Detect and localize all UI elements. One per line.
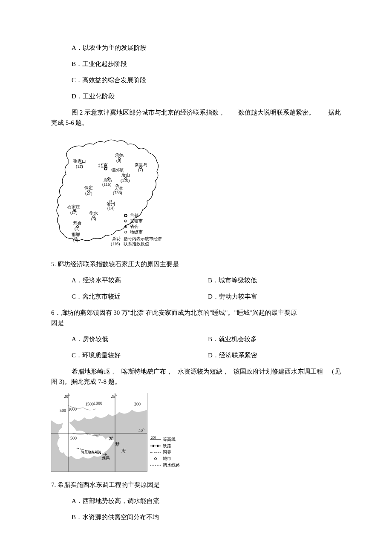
q6-option-a: A．房价较低 (72, 334, 208, 344)
city-baoding-val: (27) (85, 191, 92, 196)
contour-500b: 500 (70, 436, 77, 440)
city-hengshui-val: (3) (91, 216, 96, 221)
svg-point-18 (125, 221, 126, 221)
city-langfang-val: (116) (102, 182, 111, 187)
q6-option-c: C．环境质量较好 (72, 350, 208, 360)
prev-option-d: D．工业化阶段 (72, 91, 341, 101)
city-hengshui: 衡水 (89, 211, 98, 216)
intro-7-8-line2: 图 3)。据此完成 7-8 题。 (51, 377, 341, 387)
svg-point-15 (124, 214, 127, 217)
intro-7-8-seg4: 该国政府计划修建西水东调工程 (233, 366, 323, 377)
svg-text:城市: 城市 (162, 456, 171, 461)
lat-40: 40° (138, 428, 144, 433)
q7-stem: 7. 希腊实施西水东调工程的主要原因是 (51, 480, 341, 490)
city-chengde: 承德 (115, 153, 124, 158)
intro-5-6: 图 2 示意京津冀地区部分城市与北京的经济联系指数， 数值越大说明联系越紧密。 … (51, 107, 341, 128)
q6-stem-line2: 因是 (51, 318, 341, 328)
contour-200a: 200 (134, 402, 141, 406)
prev-option-c: C．高效益的综合发展阶段 (72, 75, 341, 85)
lon-25: 25° (111, 394, 117, 399)
q7-option-b: B．水资源的供需空间分布不均 (72, 512, 341, 522)
city-beijing: 北京 (98, 162, 108, 168)
intro-5-6-seg3: 据此 (328, 107, 341, 118)
q6-stem-line1: 6．廊坊的燕郊镇因有 30 万"北漂"在此安家而成为北京的"睡城"。"睡城"兴起… (51, 308, 341, 318)
city-qinhuangdao: 秦皇岛 (135, 162, 147, 167)
city-shijiazhuang: 石家庄 (67, 204, 80, 209)
q5-options-row2: C．离北京市较近 D．劳动力较丰富 (72, 291, 341, 302)
q7-options: A．西部地势较高，调水能自流 B．水资源的供需空间分布不均 (72, 496, 341, 522)
svg-text:廊坊: 廊坊 (112, 236, 121, 241)
svg-text:直辖市: 直辖市 (130, 219, 143, 223)
intro-5-6-seg1: 图 2 示意京津冀地区部分城市与北京的经济联系指数， (72, 107, 225, 118)
svg-text:铁路: 铁路 (162, 443, 171, 448)
svg-text:首都: 首都 (130, 213, 138, 218)
intro-7-8: 希腊地形崎岖， 喀斯特地貌广布， 水资源较为短缺， 该国政府计划修建西水东调工程… (51, 366, 341, 387)
contour-500: 500 (60, 408, 66, 413)
svg-text:地级市: 地级市 (130, 230, 143, 234)
city-tianjin-val: (736) (113, 190, 122, 196)
q5-stem: 5. 廊坊经济联系指数较石家庄大的原因主要是 (51, 259, 341, 269)
intro-5-6-line2: 完成 5-6 题。 (51, 118, 341, 128)
city-tangshan-val: (110) (121, 178, 130, 183)
city-chengde-val: (6) (116, 158, 121, 163)
intro-7-8-seg2: 喀斯特地貌广布， (121, 366, 173, 377)
sea-qin: 琴 (115, 442, 120, 447)
city-baoding: 保定 (84, 185, 93, 190)
q6-option-d: D．经济联系紧密 (208, 350, 341, 360)
city-zhangjiakou-val: (12) (76, 164, 83, 169)
city-handan-val: (4) (73, 238, 78, 243)
svg-point-23 (125, 231, 127, 233)
contour-1000: 1000 (68, 407, 77, 411)
q7-option-a: A．西部地势较高，调水能自流 (72, 496, 341, 506)
svg-text:调水线路: 调水线路 (163, 463, 180, 467)
q5-option-a: A．经济水平较高 (72, 275, 208, 285)
sea-ai: 爱 (109, 435, 113, 440)
svg-rect-39 (153, 445, 154, 447)
city-athens: 雅典 (101, 455, 110, 460)
q6-option-b: B．就业机会较多 (208, 334, 341, 344)
q5-option-d: D．劳动力较丰富 (208, 291, 341, 302)
sea-hai: 海 (121, 448, 126, 453)
q5-option-c: C．离北京市较近 (72, 291, 208, 302)
svg-text:联系指数数值: 联系指数数值 (124, 242, 149, 246)
q5-options-row1: A．经济水平较高 B．城市等级较低 (72, 275, 341, 285)
contour-1500: 1500 (85, 402, 94, 406)
river-label: 阿克洛奥斯河 (81, 450, 101, 454)
intro-7-8-seg1: 希腊地形崎岖， (72, 366, 116, 377)
city-zhangjiakou: 张家口 (73, 159, 86, 164)
lon-20: 20° (64, 394, 70, 399)
figure-3: 20° 25° 40° 200 500 1000 1500 1900 500 爱… (51, 393, 341, 474)
svg-text:(116): (116) (111, 242, 120, 247)
figure2-legend: 首都 直辖市 省会 地级市 廊坊 (116) 括号内表示该市经济 联系指数数值 (111, 213, 162, 247)
svg-point-21 (125, 226, 127, 227)
city-qinhuangdao-val: (7) (138, 167, 143, 173)
svg-text:括号内表示该市经济: 括号内表示该市经济 (124, 236, 162, 241)
svg-text:200: 200 (151, 436, 156, 440)
q6-options-row2: C．环境质量较好 D．经济联系紧密 (72, 350, 341, 360)
q6-options-row1: A．房价较低 B．就业机会较多 (72, 334, 341, 344)
city-handan: 邯郸 (72, 232, 80, 237)
city-tangshan: 唐山 (121, 173, 130, 177)
intro-5-6-seg2: 数值越大说明联系越紧密。 (238, 107, 315, 118)
svg-text:国界: 国界 (163, 450, 171, 454)
city-cangzhou-val: (14) (107, 206, 115, 211)
contour-1900: 1900 (94, 401, 102, 405)
q5-option-b: B．城市等级较低 (208, 275, 341, 285)
city-shijiazhuang-val: (17) (70, 210, 78, 215)
city-xingtai-val: (1) (75, 226, 80, 231)
figure3-legend: 200 等高线 铁路 国界 城市 调水线路 (150, 436, 180, 467)
figure-2: 张家口 (12) 北京 承德 (6) 秦皇岛 (7) 唐山 (110) 廊坊 (… (51, 134, 341, 253)
svg-point-44 (155, 458, 157, 460)
city-xingtai: 邢台 (73, 221, 82, 225)
intro-7-8-seg3: 水资源较为短缺， (178, 366, 229, 377)
prev-question-options: A．以农业为主的发展阶段 B．工业化起步阶段 C．高效益的综合发展阶段 D．工业… (72, 43, 341, 101)
prev-option-b: B．工业化起步阶段 (72, 59, 341, 69)
svg-text:等高线: 等高线 (163, 437, 176, 442)
svg-rect-40 (157, 445, 159, 447)
q6-stem: 6．廊坊的燕郊镇因有 30 万"北漂"在此安家而成为北京的"睡城"。"睡城"兴起… (51, 308, 341, 328)
intro-7-8-seg5: （见 (328, 366, 341, 377)
svg-text:省会: 省会 (130, 224, 138, 229)
city-yanjiao: •燕郊镇 (111, 168, 124, 172)
prev-option-a: A．以农业为主的发展阶段 (72, 43, 341, 53)
